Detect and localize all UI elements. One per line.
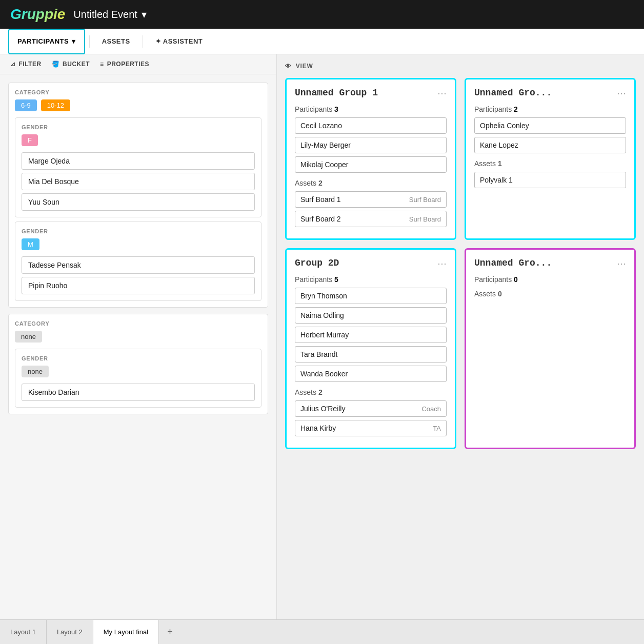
category-section-1: CATEGORY 6-9 10-12 GENDER F Marge Ojeda … bbox=[8, 83, 268, 308]
top-tab-bar: PARTICIPANTS ▾ ASSETS ✦ ASSISTENT bbox=[0, 29, 644, 54]
group-card-1: Unnamed Group 1 ⋯ Participants 3 Cecil L… bbox=[285, 78, 456, 240]
event-title-text: Untitled Event bbox=[73, 9, 137, 21]
tab-assets[interactable]: ASSETS bbox=[94, 29, 138, 54]
bottom-tab-my-layout-final-label: My Layout final bbox=[104, 628, 148, 636]
group-card-4: Unnamed Gro... ⋯ Participants 0 Assets 0 bbox=[465, 248, 636, 449]
gender-tag-row-m: M bbox=[22, 238, 255, 250]
properties-label: PROPERTIES bbox=[107, 61, 149, 68]
group3-member-2[interactable]: Naima Odling bbox=[295, 307, 447, 324]
group2-assets-label: Assets 1 bbox=[474, 159, 626, 168]
gender-tag-none[interactable]: none bbox=[22, 366, 49, 377]
bottom-tab-layout2-label: Layout 2 bbox=[57, 628, 83, 636]
group-menu-2[interactable]: ⋯ bbox=[617, 88, 626, 99]
right-panel: 👁 VIEW Unnamed Group 1 ⋯ Participants 3 … bbox=[277, 54, 644, 619]
view-label: VIEW bbox=[296, 63, 313, 70]
group1-asset-1[interactable]: Surf Board 1 Surf Board bbox=[295, 191, 447, 208]
app-header: Gruppie Untitled Event ▾ bbox=[0, 0, 644, 29]
group3-assets-count: 2 bbox=[318, 388, 323, 396]
group-title-3: Group 2D bbox=[295, 258, 339, 268]
group3-member-5[interactable]: Wanda Booker bbox=[295, 366, 447, 382]
group1-assets-label: Assets 2 bbox=[295, 179, 447, 187]
group3-asset-2[interactable]: Hana Kirby TA bbox=[295, 420, 447, 436]
event-title-container[interactable]: Untitled Event ▾ bbox=[73, 8, 147, 21]
bucket-button[interactable]: 🪣 BUCKET bbox=[52, 61, 90, 68]
filter-panel: CATEGORY 6-9 10-12 GENDER F Marge Ojeda … bbox=[0, 74, 276, 619]
category-label-1: CATEGORY bbox=[15, 89, 261, 95]
category-label-2: CATEGORY bbox=[15, 320, 261, 327]
tab-divider-1 bbox=[89, 35, 90, 48]
category-tag-10-12[interactable]: 10-12 bbox=[41, 99, 70, 111]
view-header: 👁 VIEW bbox=[285, 63, 636, 70]
add-tab-icon: + bbox=[167, 627, 173, 637]
tab-assistent-label: ✦ ASSISTENT bbox=[155, 37, 203, 45]
group2-participants-label: Participants 2 bbox=[474, 105, 626, 113]
group1-participants-label: Participants 3 bbox=[295, 105, 447, 113]
gender-section-f: GENDER F Marge Ojeda Mia Del Bosque Yuu … bbox=[15, 117, 261, 217]
filter-button[interactable]: ⊿ FILTER bbox=[10, 61, 42, 68]
group-card-3: Group 2D ⋯ Participants 5 Bryn Thomson N… bbox=[285, 248, 456, 449]
tab-assistent[interactable]: ✦ ASSISTENT bbox=[147, 29, 211, 54]
bottom-tab-my-layout-final[interactable]: My Layout final bbox=[93, 620, 159, 644]
group3-member-1[interactable]: Bryn Thomson bbox=[295, 288, 447, 304]
group3-member-3[interactable]: Herbert Murray bbox=[295, 327, 447, 343]
group1-member-3[interactable]: Mikolaj Cooper bbox=[295, 156, 447, 173]
group2-asset-1[interactable]: Polyvalk 1 bbox=[474, 172, 626, 188]
group3-asset-1[interactable]: Julius O'Reilly Coach bbox=[295, 400, 447, 417]
gender-tag-row-f: F bbox=[22, 134, 255, 146]
bottom-tab-layout1[interactable]: Layout 1 bbox=[0, 620, 47, 644]
main-content: ⊿ FILTER 🪣 BUCKET ≡ PROPERTIES CATEGORY … bbox=[0, 54, 644, 619]
bottom-tab-layout2[interactable]: Layout 2 bbox=[47, 620, 93, 644]
group2-member-1[interactable]: Ophelia Conley bbox=[474, 117, 626, 134]
properties-icon: ≡ bbox=[100, 61, 104, 68]
gender-tag-m[interactable]: M bbox=[22, 238, 39, 250]
tab-participants[interactable]: PARTICIPANTS ▾ bbox=[8, 29, 85, 54]
filter-icon: ⊿ bbox=[10, 61, 16, 68]
category-tags-1: 6-9 10-12 bbox=[15, 99, 261, 111]
filter-label: FILTER bbox=[19, 61, 42, 68]
group-header-3: Group 2D ⋯ bbox=[295, 258, 447, 269]
app-logo: Gruppie bbox=[10, 6, 65, 23]
person-pipin-ruoho[interactable]: Pipin Ruoho bbox=[22, 277, 255, 294]
bottom-tab-layout1-label: Layout 1 bbox=[10, 628, 36, 636]
group3-member-4[interactable]: Tara Brandt bbox=[295, 346, 447, 363]
category-tag-none[interactable]: none bbox=[15, 331, 42, 343]
groups-grid: Unnamed Group 1 ⋯ Participants 3 Cecil L… bbox=[285, 78, 636, 449]
group1-assets-count: 2 bbox=[318, 179, 323, 187]
group-menu-4[interactable]: ⋯ bbox=[617, 258, 626, 269]
group1-asset-1-name: Surf Board 1 bbox=[300, 195, 341, 204]
group-title-2: Unnamed Gro... bbox=[474, 88, 552, 98]
group1-asset-2-name: Surf Board 2 bbox=[300, 215, 341, 223]
person-kisembo-darian[interactable]: Kisembo Darian bbox=[22, 384, 255, 401]
group2-member-2[interactable]: Kane Lopez bbox=[474, 137, 626, 153]
group1-member-2[interactable]: Lily-May Berger bbox=[295, 137, 447, 153]
event-dropdown-icon: ▾ bbox=[142, 8, 147, 21]
group-header-2: Unnamed Gro... ⋯ bbox=[474, 88, 626, 99]
group-header-1: Unnamed Group 1 ⋯ bbox=[295, 88, 447, 99]
group3-participants-label: Participants 5 bbox=[295, 275, 447, 284]
group1-asset-2-type: Surf Board bbox=[409, 215, 441, 223]
group1-asset-2[interactable]: Surf Board 2 Surf Board bbox=[295, 211, 447, 227]
person-mia-del-bosque[interactable]: Mia Del Bosque bbox=[22, 173, 255, 190]
person-marge-ojeda[interactable]: Marge Ojeda bbox=[22, 152, 255, 170]
gender-tag-f[interactable]: F bbox=[22, 134, 38, 146]
bottom-tab-bar: Layout 1 Layout 2 My Layout final + bbox=[0, 619, 644, 644]
group-menu-1[interactable]: ⋯ bbox=[437, 88, 447, 99]
group3-asset-1-type: Coach bbox=[421, 405, 441, 413]
group2-asset-1-name: Polyvalk 1 bbox=[480, 176, 513, 184]
properties-button[interactable]: ≡ PROPERTIES bbox=[100, 61, 149, 68]
gender-tag-row-none: none bbox=[22, 366, 255, 377]
group1-participants-count: 3 bbox=[334, 105, 338, 113]
left-panel: ⊿ FILTER 🪣 BUCKET ≡ PROPERTIES CATEGORY … bbox=[0, 54, 277, 619]
group-menu-3[interactable]: ⋯ bbox=[437, 258, 447, 269]
tab-divider-2 bbox=[143, 35, 143, 48]
person-tadesse-pensak[interactable]: Tadesse Pensak bbox=[22, 256, 255, 274]
group4-assets-label: Assets 0 bbox=[474, 290, 626, 298]
group3-participants-count: 5 bbox=[334, 275, 338, 284]
gender-section-m: GENDER M Tadesse Pensak Pipin Ruoho bbox=[15, 222, 261, 301]
category-tag-6-9[interactable]: 6-9 bbox=[15, 99, 37, 111]
person-yuu-soun[interactable]: Yuu Soun bbox=[22, 193, 255, 211]
group-header-4: Unnamed Gro... ⋯ bbox=[474, 258, 626, 269]
group2-participants-count: 2 bbox=[514, 105, 518, 113]
group1-member-1[interactable]: Cecil Lozano bbox=[295, 117, 447, 134]
add-tab-button[interactable]: + bbox=[159, 620, 181, 644]
